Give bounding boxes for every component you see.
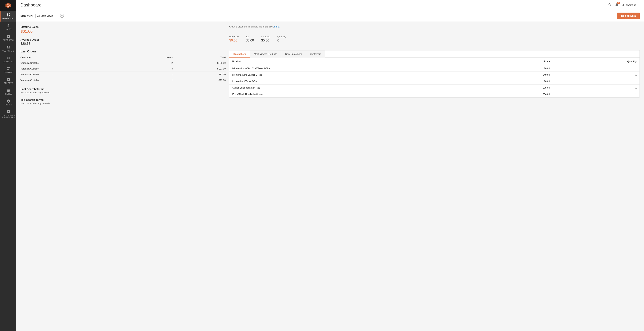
sidebar-item-content[interactable]: CONTENT [0,65,16,76]
product-price: $49.00 [479,72,552,78]
order-items: 1 [134,78,173,83]
product-quantity: 1 [553,78,640,84]
metric-block-shipping: Shipping $0.00 [261,35,270,42]
left-panel: Lifetime Sales $61.00 Average Order $20.… [20,25,226,105]
last-orders-table: Customer Items Total Veronica Costello 2… [20,55,226,83]
order-total: $32.00 [173,72,226,78]
metric-block-tax: Tax $0.00 [246,35,254,42]
sidebar-item-reports[interactable]: REPORTS [0,76,16,86]
product-quantity: 1 [553,84,640,91]
product-quantity: 1 [553,65,640,72]
sidebar-item-sales[interactable]: SALES [0,22,16,32]
product-name: Montana Wind Jacket-S-Red [230,72,479,78]
table-row: Stellar Solar Jacket-M-Red $75.00 1 [230,84,640,91]
order-customer: Veronica Costello [20,72,134,78]
last-search-terms-title: Last Search Terms [20,88,226,90]
col-customer-header: Customer [20,55,134,60]
notification-bell[interactable]: 4 [615,3,618,7]
last-search-terms-block: Last Search Terms We couldn't find any r… [20,88,226,94]
table-row: Veronica Costello 3 $127.00 [20,66,226,72]
metric-block-quantity: Quantity 0 [277,35,286,42]
sidebar-item-system[interactable]: SYSTEM [0,97,16,108]
table-row: Veronica Costello 2 $129.00 [20,60,226,66]
sidebar-item-customers-label: CUSTOMERS [2,50,14,52]
store-view-label: Store View: [20,14,33,17]
order-total: $129.00 [173,60,226,66]
order-customer: Veronica Costello [20,60,134,66]
table-row: Iris Workout Top-XS-Red $0.00 1 [230,78,640,84]
product-price: $0.00 [479,78,552,84]
sidebar-item-dashboard[interactable]: DASHBOARD [0,11,16,22]
content-area: Store View: All Store Views ? Reload Dat… [16,10,644,331]
lifetime-sales-title: Lifetime Sales [20,25,226,28]
metric-block-revenue: Revenue $0.00 [229,35,238,42]
average-order-value: $20.33 [20,42,226,46]
metric-value: $0.00 [246,38,254,42]
metric-value: 0 [277,38,286,42]
help-icon[interactable]: ? [60,14,64,18]
sidebar-item-find-partners-label: FIND PARTNERS & EXTENSIONS [1,114,16,118]
sidebar-item-stores-label: STORES [4,93,12,95]
table-row: Eos V-Neck Hoodie-M-Green $54.00 1 [230,91,640,98]
metric-label: Revenue [229,35,238,38]
tab-most-viewed[interactable]: Most Viewed Products [250,50,281,58]
page-title: Dashboard [20,2,42,8]
order-customer: Veronica Costello [20,66,134,72]
product-name: Stellar Solar Jacket-M-Red [230,84,479,91]
main-content: Dashboard 4 swarming Store View: All Sto… [16,0,644,331]
order-total: $29.00 [173,78,226,83]
sidebar-item-marketing[interactable]: MARKETING [0,54,16,65]
user-menu[interactable]: swarming [622,4,640,7]
table-row: Montana Wind Jacket-S-Red $49.00 1 [230,72,640,78]
metric-value: $0.00 [261,38,270,42]
topbar-right: 4 swarming [608,3,640,7]
notification-count: 4 [617,2,620,4]
average-order-title: Average Order [20,38,226,41]
order-total: $127.00 [173,66,226,72]
lifetime-sales-value: $61.00 [20,29,226,34]
average-order-block: Average Order $20.33 [20,38,226,46]
product-quantity: 1 [553,91,640,98]
dashboard-grid: Lifetime Sales $61.00 Average Order $20.… [16,22,644,108]
tab-customers[interactable]: Customers [306,50,325,58]
order-items: 1 [134,72,173,78]
lifetime-sales-block: Lifetime Sales $61.00 [20,25,226,34]
product-price: $0.00 [479,65,552,72]
topbar: Dashboard 4 swarming [16,0,644,10]
col-total-header: Total [173,55,226,60]
store-view-left: Store View: All Store Views ? [20,14,64,18]
sidebar-item-find-partners[interactable]: FIND PARTNERS & EXTENSIONS [0,108,16,120]
last-search-terms-empty: We couldn't find any records. [20,91,226,94]
product-name: Iris Workout Top-XS-Red [230,78,479,84]
product-name: Minerva LumaTech™ V-Tee-XS-Blue [230,65,479,72]
table-row: Veronica Costello 1 $29.00 [20,78,226,83]
col-items-header: Items [134,55,173,60]
sidebar-item-marketing-label: MARKETING [3,61,14,63]
product-price: $54.00 [479,91,552,98]
reload-data-button[interactable]: Reload Data [617,12,640,19]
sidebar-item-system-label: SYSTEM [4,104,12,106]
sidebar-item-customers[interactable]: CUSTOMERS [0,43,16,54]
sidebar-item-products[interactable]: PRODUCTS [0,32,16,43]
metric-label: Quantity [277,35,286,38]
sidebar-item-stores[interactable]: STORES [0,86,16,97]
tab-bestsellers[interactable]: Bestsellers [230,50,250,58]
tab-new-customers[interactable]: New Customers [281,50,306,58]
sidebar-item-reports-label: REPORTS [4,82,13,84]
sidebar-item-sales-label: SALES [6,28,12,30]
sidebar: DASHBOARD SALES PRODUCTS CUSTOMERS MARKE… [0,0,16,331]
search-icon-btn[interactable] [608,3,612,7]
metric-label: Shipping [261,35,270,38]
store-view-dropdown[interactable]: All Store Views [36,14,58,18]
tab-content: Product Price Quantity Minerva LumaTech™… [230,58,640,97]
store-view-selected: All Store Views [37,14,53,17]
top-search-terms-title: Top Search Terms [20,98,226,101]
chart-disabled-msg: Chart is disabled. To enable the chart, … [229,25,640,28]
top-search-terms-block: Top Search Terms We couldn't find any re… [20,98,226,105]
sidebar-item-products-label: PRODUCTS [3,39,14,41]
metric-value: $0.00 [229,38,238,42]
chart-enable-link[interactable]: here. [274,25,280,28]
sidebar-item-dashboard-label: DASHBOARD [2,18,14,20]
product-price: $75.00 [479,84,552,91]
user-name: swarming [626,4,636,6]
